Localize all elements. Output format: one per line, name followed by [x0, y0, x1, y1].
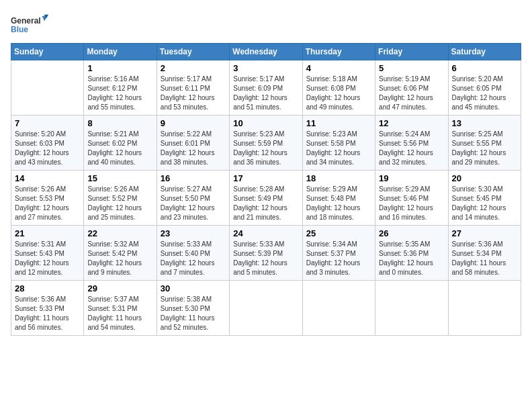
day-number: 12 [379, 118, 444, 128]
day-info: Sunrise: 5:34 AMSunset: 5:37 PMDaylight:… [306, 240, 371, 277]
day-number: 8 [87, 118, 152, 128]
calendar-cell: 25Sunrise: 5:34 AMSunset: 5:37 PMDayligh… [302, 226, 375, 281]
calendar-cell: 22Sunrise: 5:32 AMSunset: 5:42 PMDayligh… [84, 226, 157, 281]
day-number: 26 [379, 228, 444, 238]
calendar-cell [302, 281, 375, 336]
day-info: Sunrise: 5:29 AMSunset: 5:48 PMDaylight:… [306, 185, 371, 222]
day-number: 20 [452, 173, 517, 183]
col-header-monday: Monday [84, 44, 157, 60]
calendar-cell: 5Sunrise: 5:19 AMSunset: 6:06 PMDaylight… [375, 60, 448, 116]
calendar-cell [230, 281, 302, 336]
day-info: Sunrise: 5:20 AMSunset: 6:03 PMDaylight:… [15, 130, 80, 167]
day-info: Sunrise: 5:36 AMSunset: 5:33 PMDaylight:… [15, 295, 80, 332]
calendar-cell: 29Sunrise: 5:37 AMSunset: 5:31 PMDayligh… [84, 281, 157, 336]
day-info: Sunrise: 5:30 AMSunset: 5:45 PMDaylight:… [452, 185, 517, 222]
day-number: 5 [379, 63, 444, 73]
calendar-cell: 24Sunrise: 5:33 AMSunset: 5:39 PMDayligh… [230, 226, 302, 281]
day-info: Sunrise: 5:18 AMSunset: 6:08 PMDaylight:… [306, 75, 371, 112]
col-header-friday: Friday [375, 44, 448, 60]
day-info: Sunrise: 5:35 AMSunset: 5:36 PMDaylight:… [379, 240, 444, 277]
day-info: Sunrise: 5:19 AMSunset: 6:06 PMDaylight:… [379, 75, 444, 112]
day-number: 29 [87, 283, 152, 293]
calendar-cell: 7Sunrise: 5:20 AMSunset: 6:03 PMDaylight… [11, 116, 84, 171]
calendar-cell: 27Sunrise: 5:36 AMSunset: 5:34 PMDayligh… [448, 226, 521, 281]
calendar-cell: 18Sunrise: 5:29 AMSunset: 5:48 PMDayligh… [302, 171, 375, 226]
day-info: Sunrise: 5:20 AMSunset: 6:05 PMDaylight:… [452, 75, 517, 112]
day-info: Sunrise: 5:38 AMSunset: 5:30 PMDaylight:… [161, 295, 226, 332]
day-info: Sunrise: 5:33 AMSunset: 5:39 PMDaylight:… [233, 240, 298, 277]
calendar-week-row: 7Sunrise: 5:20 AMSunset: 6:03 PMDaylight… [11, 116, 521, 171]
day-number: 21 [15, 228, 80, 238]
day-info: Sunrise: 5:36 AMSunset: 5:34 PMDaylight:… [452, 240, 517, 277]
day-number: 11 [306, 118, 371, 128]
calendar-cell: 3Sunrise: 5:17 AMSunset: 6:09 PMDaylight… [230, 60, 302, 116]
day-info: Sunrise: 5:27 AMSunset: 5:50 PMDaylight:… [161, 185, 226, 222]
logo-icon: GeneralBlue [11, 11, 51, 38]
calendar-cell [375, 281, 448, 336]
day-number: 18 [306, 173, 371, 183]
calendar-cell: 6Sunrise: 5:20 AMSunset: 6:05 PMDaylight… [448, 60, 521, 116]
day-info: Sunrise: 5:25 AMSunset: 5:55 PMDaylight:… [452, 130, 517, 167]
calendar-week-row: 14Sunrise: 5:26 AMSunset: 5:53 PMDayligh… [11, 171, 521, 226]
calendar-cell: 21Sunrise: 5:31 AMSunset: 5:43 PMDayligh… [11, 226, 84, 281]
day-number: 1 [87, 63, 152, 73]
day-info: Sunrise: 5:22 AMSunset: 6:01 PMDaylight:… [161, 130, 226, 167]
col-header-saturday: Saturday [448, 44, 521, 60]
calendar-week-row: 1Sunrise: 5:16 AMSunset: 6:12 PMDaylight… [11, 60, 521, 116]
calendar-cell: 14Sunrise: 5:26 AMSunset: 5:53 PMDayligh… [11, 171, 84, 226]
day-number: 7 [15, 118, 80, 128]
day-number: 28 [15, 283, 80, 293]
day-info: Sunrise: 5:31 AMSunset: 5:43 PMDaylight:… [15, 240, 80, 277]
calendar-cell: 28Sunrise: 5:36 AMSunset: 5:33 PMDayligh… [11, 281, 84, 336]
calendar-header-row: SundayMondayTuesdayWednesdayThursdayFrid… [11, 44, 521, 60]
day-number: 2 [161, 63, 226, 73]
calendar-cell: 16Sunrise: 5:27 AMSunset: 5:50 PMDayligh… [157, 171, 229, 226]
calendar-cell: 10Sunrise: 5:23 AMSunset: 5:59 PMDayligh… [230, 116, 302, 171]
calendar-cell: 13Sunrise: 5:25 AMSunset: 5:55 PMDayligh… [448, 116, 521, 171]
day-number: 22 [87, 228, 152, 238]
calendar-table: SundayMondayTuesdayWednesdayThursdayFrid… [11, 43, 521, 336]
day-info: Sunrise: 5:26 AMSunset: 5:53 PMDaylight:… [15, 185, 80, 222]
day-number: 3 [233, 63, 298, 73]
day-info: Sunrise: 5:37 AMSunset: 5:31 PMDaylight:… [87, 295, 152, 332]
page-header: GeneralBlue [11, 11, 521, 38]
day-number: 27 [452, 228, 517, 238]
day-info: Sunrise: 5:21 AMSunset: 6:02 PMDaylight:… [87, 130, 152, 167]
calendar-cell: 9Sunrise: 5:22 AMSunset: 6:01 PMDaylight… [157, 116, 229, 171]
day-number: 16 [161, 173, 226, 183]
calendar-week-row: 21Sunrise: 5:31 AMSunset: 5:43 PMDayligh… [11, 226, 521, 281]
calendar-week-row: 28Sunrise: 5:36 AMSunset: 5:33 PMDayligh… [11, 281, 521, 336]
calendar-cell [448, 281, 521, 336]
calendar-cell: 1Sunrise: 5:16 AMSunset: 6:12 PMDaylight… [84, 60, 157, 116]
calendar-cell: 8Sunrise: 5:21 AMSunset: 6:02 PMDaylight… [84, 116, 157, 171]
day-number: 13 [452, 118, 517, 128]
svg-text:Blue: Blue [11, 25, 28, 34]
day-info: Sunrise: 5:17 AMSunset: 6:09 PMDaylight:… [233, 75, 298, 112]
logo: GeneralBlue [11, 11, 51, 38]
col-header-sunday: Sunday [11, 44, 84, 60]
day-info: Sunrise: 5:32 AMSunset: 5:42 PMDaylight:… [87, 240, 152, 277]
col-header-tuesday: Tuesday [157, 44, 229, 60]
day-number: 23 [161, 228, 226, 238]
col-header-wednesday: Wednesday [230, 44, 302, 60]
svg-text:General: General [11, 16, 41, 26]
day-info: Sunrise: 5:29 AMSunset: 5:46 PMDaylight:… [379, 185, 444, 222]
calendar-cell [11, 60, 84, 116]
calendar-cell: 4Sunrise: 5:18 AMSunset: 6:08 PMDaylight… [302, 60, 375, 116]
day-number: 19 [379, 173, 444, 183]
day-info: Sunrise: 5:23 AMSunset: 5:59 PMDaylight:… [233, 130, 298, 167]
day-number: 10 [233, 118, 298, 128]
day-info: Sunrise: 5:23 AMSunset: 5:58 PMDaylight:… [306, 130, 371, 167]
day-info: Sunrise: 5:16 AMSunset: 6:12 PMDaylight:… [87, 75, 152, 112]
calendar-cell: 12Sunrise: 5:24 AMSunset: 5:56 PMDayligh… [375, 116, 448, 171]
day-number: 14 [15, 173, 80, 183]
day-number: 24 [233, 228, 298, 238]
calendar-cell: 26Sunrise: 5:35 AMSunset: 5:36 PMDayligh… [375, 226, 448, 281]
day-number: 17 [233, 173, 298, 183]
day-number: 4 [306, 63, 371, 73]
day-number: 6 [452, 63, 517, 73]
col-header-thursday: Thursday [302, 44, 375, 60]
calendar-cell: 2Sunrise: 5:17 AMSunset: 6:11 PMDaylight… [157, 60, 229, 116]
calendar-cell: 17Sunrise: 5:28 AMSunset: 5:49 PMDayligh… [230, 171, 302, 226]
day-number: 25 [306, 228, 371, 238]
